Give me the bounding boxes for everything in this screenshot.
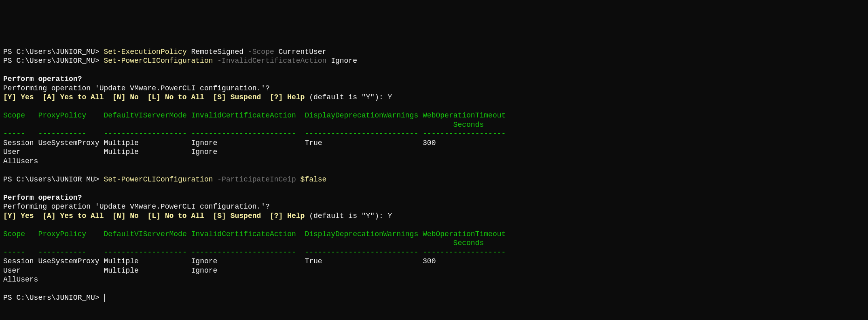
table-row: User Multiple Ignore xyxy=(3,267,217,275)
table-row: AllUsers xyxy=(3,157,38,165)
param-value: CurrentUser xyxy=(279,48,327,56)
prompt: PS C:\Users\JUNIOR_MU> xyxy=(3,294,100,302)
table-row: Session UseSystemProxy Multiple Ignore T… xyxy=(3,139,436,147)
confirm-options: [Y] Yes [A] Yes to All [N] No [L] No to … xyxy=(3,93,309,101)
cmdlet: Set-ExecutionPolicy xyxy=(104,48,186,56)
confirm-header: Perform operation? xyxy=(3,194,82,202)
terminal-output[interactable]: PS C:\Users\JUNIOR_MU> Set-ExecutionPoli… xyxy=(0,46,868,304)
table-row: AllUsers xyxy=(3,275,38,284)
arg: RemoteSigned xyxy=(191,48,244,56)
table-row: Session UseSystemProxy Multiple Ignore T… xyxy=(3,257,436,265)
confirm-text: Performing operation 'Update VMware.Powe… xyxy=(3,84,270,92)
table-row: User Multiple Ignore xyxy=(3,148,217,156)
col-scope: Scope ProxyPolicy DefaultVIServerMode In… xyxy=(3,230,506,238)
col-divider: ----- ----------- ------------------- --… xyxy=(3,130,506,138)
cursor-icon xyxy=(104,294,105,302)
param: -InvalidCertificateAction xyxy=(217,57,326,65)
col-divider: ----- ----------- ------------------- --… xyxy=(3,248,506,256)
prompt: PS C:\Users\JUNIOR_MU> xyxy=(3,175,100,183)
param: -ParticipateInCeip xyxy=(217,175,296,183)
confirm-default: (default is "Y"): Y xyxy=(309,212,392,220)
col-scope: Scope ProxyPolicy DefaultVIServerMode In… xyxy=(3,111,506,119)
param-value: Ignore xyxy=(331,57,357,65)
col-scope: Seconds xyxy=(3,121,484,129)
col-scope: Seconds xyxy=(3,239,484,247)
cmdlet: Set-PowerCLIConfiguration xyxy=(104,57,213,65)
confirm-header: Perform operation? xyxy=(3,75,82,83)
confirm-text: Performing operation 'Update VMware.Powe… xyxy=(3,203,270,211)
prompt: PS C:\Users\JUNIOR_MU> xyxy=(3,57,100,65)
confirm-default: (default is "Y"): Y xyxy=(309,93,392,101)
param-value: $false xyxy=(301,175,327,183)
prompt: PS C:\Users\JUNIOR_MU> xyxy=(3,48,100,56)
param: -Scope xyxy=(248,48,274,56)
cmdlet: Set-PowerCLIConfiguration xyxy=(104,175,213,183)
confirm-options: [Y] Yes [A] Yes to All [N] No [L] No to … xyxy=(3,212,309,220)
